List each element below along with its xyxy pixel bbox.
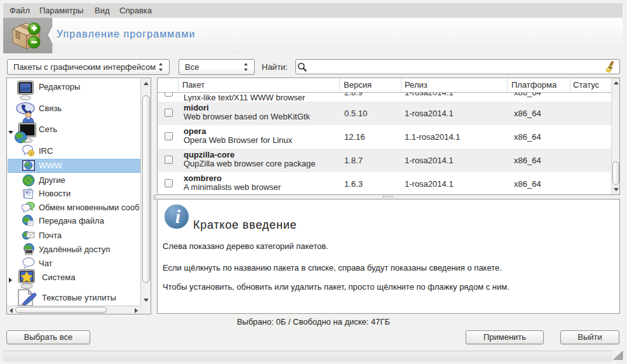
svg-text:i: i	[175, 206, 180, 227]
